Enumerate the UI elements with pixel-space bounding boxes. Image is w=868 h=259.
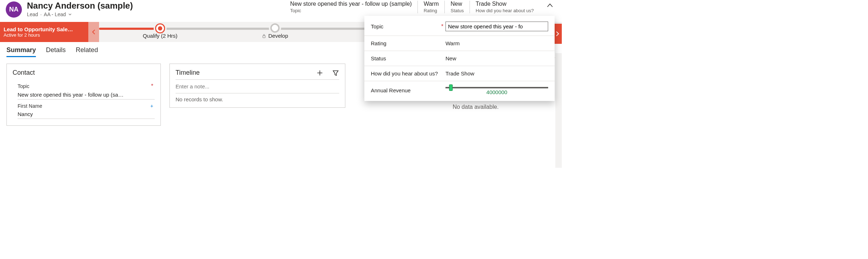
track-progress [99, 28, 160, 30]
flyout-topic-row: Topic * [364, 17, 555, 36]
stage-label-text: Develop [268, 33, 288, 39]
flyout-rating-value: Warm [445, 40, 548, 46]
header-field-label: Rating [424, 8, 439, 13]
flyout-rating-row[interactable]: Rating Warm [364, 36, 555, 51]
chevron-right-icon [556, 31, 559, 37]
header-collapse-button[interactable] [544, 1, 556, 11]
record-header: NA Nancy Anderson (sample) Lead · AA - L… [0, 0, 562, 18]
flyout-rating-label: Rating [371, 40, 439, 46]
field-firstname-label-row: First Name + [18, 103, 155, 109]
avatar: NA [6, 1, 22, 18]
process-flow-title: Lead to Opportunity Sale… [4, 26, 85, 32]
process-flow-name[interactable]: Lead to Opportunity Sale… Active for 2 h… [0, 22, 88, 42]
slider-thumb[interactable] [449, 84, 453, 91]
process-flow-duration: Active for 2 hours [4, 32, 85, 38]
active-stage-icon [155, 23, 165, 33]
tab-summary[interactable]: Summary [6, 46, 36, 57]
recommended-indicator: + [150, 103, 155, 109]
svg-rect-0 [263, 36, 265, 38]
revenue-slider[interactable]: 4000000 [445, 85, 548, 95]
inactive-stage-icon [270, 23, 280, 33]
entity-label: Lead [27, 11, 38, 17]
tab-details[interactable]: Details [46, 46, 66, 57]
flyout-source-label: How did you hear about us? [371, 70, 439, 77]
timeline-title: Timeline [176, 69, 200, 77]
header-field-topic[interactable]: New store opened this year - follow up (… [284, 1, 417, 13]
separator-dot: · [40, 11, 42, 17]
chevron-left-icon [92, 29, 95, 35]
flyout-source-row[interactable]: How did you hear about us? Trade Show [364, 66, 555, 81]
filter-icon[interactable] [332, 69, 339, 77]
stage-label: Qualify (2 Hrs) [143, 33, 178, 39]
flyout-status-row[interactable]: Status New [364, 51, 555, 66]
contact-section: Contact Topic * New store opened this ye… [6, 64, 161, 126]
header-field-value: New store opened this year - follow up (… [290, 1, 412, 7]
vertical-scrollbar[interactable] [555, 53, 562, 168]
form-selector-label: AA - Lead [44, 11, 66, 17]
field-topic: Topic * New store opened this year - fol… [13, 81, 155, 101]
flyout-topic-input[interactable] [445, 22, 548, 31]
flyout-status-value: New [445, 55, 548, 61]
header-field-value: New [451, 1, 464, 7]
record-title: Nancy Anderson (sample) [27, 1, 156, 11]
slider-track[interactable] [445, 87, 548, 88]
field-topic-value[interactable]: New store opened this year - follow up (… [18, 89, 155, 100]
header-field-value: Warm [424, 1, 439, 7]
timeline-header: Timeline [176, 69, 339, 80]
lock-icon [262, 34, 266, 38]
process-prev-button[interactable] [88, 22, 99, 42]
chevron-up-icon [547, 3, 553, 8]
chevron-down-icon [68, 13, 72, 16]
header-field-label: Status [451, 8, 464, 13]
contact-section-title: Contact [13, 69, 155, 77]
flyout-topic-label: Topic [371, 23, 439, 29]
flyout-revenue-label: Annual Revenue [371, 87, 439, 93]
required-indicator: * [439, 23, 445, 30]
tab-related[interactable]: Related [76, 46, 98, 57]
header-field-source[interactable]: Trade Show How did you hear about us? [470, 1, 540, 13]
slider-value: 4000000 [445, 89, 548, 95]
add-icon[interactable] [316, 69, 323, 77]
field-firstname-label: First Name [18, 103, 42, 109]
header-field-status[interactable]: New Status [444, 1, 470, 13]
header-edit-flyout: Topic * Rating Warm Status New How did y… [364, 16, 555, 101]
required-indicator: * [151, 83, 155, 89]
header-fields: New store opened this year - follow up (… [284, 1, 556, 13]
header-field-label: How did you hear about us? [476, 8, 534, 13]
timeline-actions [316, 69, 339, 77]
field-topic-label-row: Topic * [18, 83, 155, 89]
field-topic-label: Topic [18, 83, 29, 89]
flyout-source-value: Trade Show [445, 70, 548, 77]
title-block: Nancy Anderson (sample) Lead · AA - Lead [27, 1, 156, 17]
header-field-value: Trade Show [476, 1, 534, 7]
timeline-section: Timeline No records to show. [169, 64, 345, 108]
flyout-status-label: Status [371, 55, 439, 61]
flyout-revenue-row: Annual Revenue 4000000 [364, 81, 555, 100]
stage-label: Develop [262, 33, 288, 39]
field-firstname-value[interactable]: Nancy [18, 109, 155, 119]
record-subtitle[interactable]: Lead · AA - Lead [27, 11, 156, 17]
header-field-rating[interactable]: Warm Rating [417, 1, 444, 13]
timeline-note-input[interactable] [176, 80, 339, 93]
field-firstname: First Name + Nancy [13, 101, 155, 120]
header-field-label: Topic [290, 8, 412, 13]
timeline-empty-text: No records to show. [176, 93, 339, 102]
